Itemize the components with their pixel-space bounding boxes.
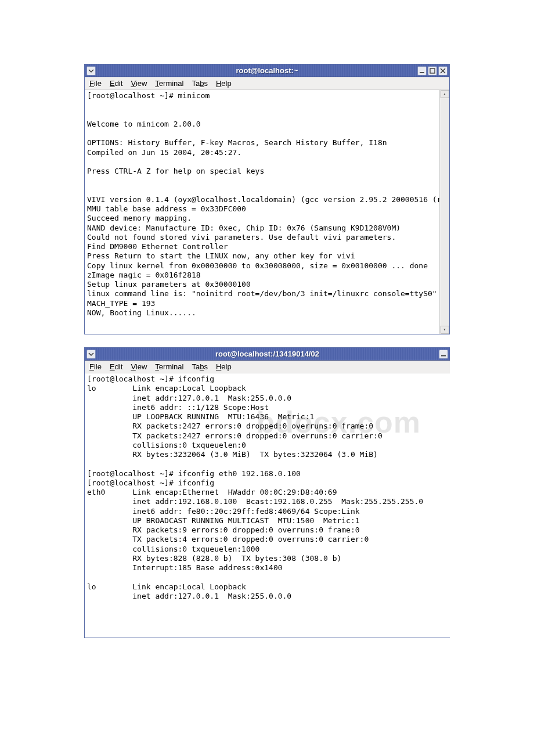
menu-terminal[interactable]: Terminal <box>155 79 183 88</box>
terminal-window-2: root@localhost:/13419014/02 File Edit Vi… <box>84 347 450 638</box>
minimize-button[interactable] <box>417 66 427 75</box>
titlebar[interactable]: root@localhost:~ <box>85 64 449 77</box>
terminal-output[interactable]: [root@localhost ~]# ifconfig lo Link enc… <box>85 373 450 638</box>
terminal-output[interactable]: [root@localhost ~]# minicom Welcome to m… <box>85 90 449 334</box>
window-title: root@localhost:~ <box>236 66 298 75</box>
svg-rect-1 <box>430 69 435 73</box>
vertical-scrollbar[interactable]: ▴ ▾ <box>439 90 449 334</box>
terminal-window-1: root@localhost:~ File Edit View Terminal… <box>84 64 450 334</box>
maximize-button[interactable] <box>428 66 437 75</box>
scroll-down-icon[interactable]: ▾ <box>441 326 449 334</box>
scroll-track[interactable] <box>441 98 449 326</box>
menu-view[interactable]: View <box>131 79 147 88</box>
window-menu-icon[interactable] <box>86 350 96 359</box>
svg-rect-0 <box>420 72 424 73</box>
menu-terminal[interactable]: Terminal <box>155 362 183 371</box>
menu-edit[interactable]: Edit <box>110 79 122 88</box>
scroll-up-icon[interactable]: ▴ <box>441 90 449 98</box>
menu-edit[interactable]: Edit <box>110 362 122 371</box>
menu-help[interactable]: Help <box>216 362 232 371</box>
menu-help[interactable]: Help <box>216 79 232 88</box>
menu-tabs[interactable]: Tabs <box>192 362 207 371</box>
svg-rect-2 <box>441 355 446 357</box>
titlebar[interactable]: root@localhost:/13419014/02 <box>85 348 450 361</box>
window-menu-icon[interactable] <box>86 66 96 75</box>
menu-tabs[interactable]: Tabs <box>192 79 207 88</box>
minimize-button[interactable] <box>439 350 448 359</box>
menu-file[interactable]: File <box>89 79 102 88</box>
window-title: root@localhost:/13419014/02 <box>215 350 319 358</box>
close-button[interactable] <box>438 66 448 75</box>
menu-view[interactable]: View <box>131 362 147 371</box>
menubar: File Edit View Terminal Tabs Help <box>85 77 449 90</box>
menubar: File Edit View Terminal Tabs Help <box>85 361 450 373</box>
menu-file[interactable]: File <box>89 362 102 371</box>
